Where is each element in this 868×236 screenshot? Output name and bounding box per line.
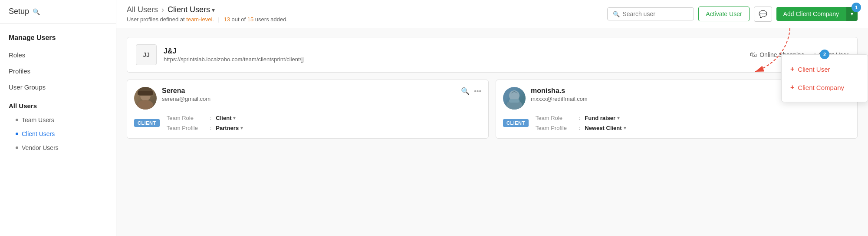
user-card-actions-serena: 🔍 ••• — [461, 87, 481, 95]
user-card-bottom-serena: CLIENT Team Role : Client ▾ Team Profile — [134, 115, 481, 131]
user-card-fields-serena: Team Role : Client ▾ Team Profile : Par — [167, 115, 243, 131]
user-info-monisha: monisha.s mxxxx@rediffmail.com — [531, 87, 588, 102]
dropdown-item-client-user[interactable]: + Client User — [782, 60, 868, 78]
sidebar: Setup 🔍 Manage Users Roles Profiles User… — [0, 0, 116, 236]
company-card: JJ J&J https://sprintslab.localzoho.com/… — [127, 37, 858, 73]
search-box: 🔍 — [607, 7, 694, 20]
user-card-fields-monisha: Team Role : Fund raiser ▾ Team Profile : — [536, 115, 626, 131]
search-input[interactable] — [622, 10, 688, 17]
bullet-team-users — [16, 119, 18, 121]
role-value-serena: Client ▾ — [216, 115, 236, 121]
header-right: 🔍 Activate User 💬 Add Client Company ▾ 1 — [607, 7, 858, 22]
user-card-bottom-monisha: CLIENT Team Role : Fund raiser ▾ Team Pr… — [503, 115, 850, 131]
shopping-icon: 🛍 — [750, 51, 757, 59]
search-icon[interactable]: 🔍 — [33, 8, 40, 15]
activate-user-button[interactable]: Activate User — [698, 7, 749, 21]
user-card-left-serena: Serena serena@gmail.com — [134, 87, 210, 110]
plus-icon-client-company: + — [790, 83, 794, 91]
add-client-wrapper: Add Client Company ▾ 1 — [776, 7, 858, 21]
sidebar-title: Setup — [9, 7, 29, 16]
sidebar-item-profiles[interactable]: Profiles — [0, 63, 116, 79]
breadcrumb-current: Client Users ▾ — [168, 5, 215, 14]
profile-field-serena: Team Profile : Partners ▾ — [167, 125, 243, 131]
bullet-vendor-users — [16, 146, 18, 149]
user-card-left-monisha: monisha.s mxxxx@rediffmail.com — [503, 87, 588, 110]
dropdown-menu: 2 + Client User + Client Company — [781, 54, 868, 102]
users-grid: Serena serena@gmail.com 🔍 ••• CLIENT Tea… — [127, 80, 858, 139]
sidebar-nav: Manage Users Roles Profiles User Groups … — [0, 23, 116, 236]
step1-badge: 1 — [852, 3, 861, 12]
profile-value-serena: Partners ▾ — [216, 125, 243, 131]
breadcrumb-dropdown-icon[interactable]: ▾ — [212, 7, 215, 13]
sidebar-item-user-groups[interactable]: User Groups — [0, 79, 116, 95]
sidebar-item-roles[interactable]: Roles — [0, 47, 116, 63]
role-value-monisha: Fund raiser ▾ — [585, 115, 620, 121]
role-dropdown-monisha[interactable]: ▾ — [617, 115, 620, 121]
profile-dropdown-monisha[interactable]: ▾ — [624, 125, 626, 131]
user-email-monisha: mxxxx@rediffmail.com — [531, 96, 588, 102]
sidebar-item-vendor-users[interactable]: Vendor Users — [0, 141, 116, 155]
profile-value-monisha: Newest Client ▾ — [585, 125, 626, 131]
avatar-monisha-svg — [503, 87, 526, 110]
client-badge-serena: CLIENT — [134, 119, 160, 127]
header-bar: All Users › Client Users ▾ User profiles… — [116, 0, 868, 28]
client-badge-monisha: CLIENT — [503, 119, 529, 127]
message-icon-button[interactable]: 💬 — [754, 7, 772, 22]
user-card-header-serena: Serena serena@gmail.com 🔍 ••• — [134, 87, 481, 110]
step2-badge: 2 — [820, 50, 829, 59]
more-options-icon-serena[interactable]: ••• — [474, 87, 481, 95]
dropdown-item-client-company[interactable]: + Client Company — [782, 78, 868, 96]
header-left: All Users › Client Users ▾ User profiles… — [127, 5, 288, 23]
profile-field-monisha: Team Profile : Newest Client ▾ — [536, 125, 626, 131]
user-email-serena: serena@gmail.com — [162, 96, 210, 102]
search-user-icon-serena[interactable]: 🔍 — [461, 87, 470, 95]
add-client-company-button[interactable]: Add Client Company — [776, 7, 846, 21]
bullet-client-users — [16, 133, 18, 135]
sidebar-item-team-users[interactable]: Team Users — [0, 113, 116, 127]
avatar-serena — [134, 87, 157, 110]
company-info: J&J https://sprintslab.localzoho.com/tea… — [164, 47, 304, 63]
breadcrumb-parent[interactable]: All Users — [127, 5, 158, 14]
all-users-section: All Users Team Users Client Users Vendor… — [0, 99, 116, 155]
avatar-monisha — [503, 87, 526, 110]
profile-dropdown-serena[interactable]: ▾ — [240, 125, 243, 131]
user-info-serena: Serena serena@gmail.com — [162, 87, 210, 102]
avatar-serena-svg — [134, 87, 157, 110]
svg-rect-3 — [138, 91, 153, 95]
role-field-serena: Team Role : Client ▾ — [167, 115, 243, 121]
search-icon: 🔍 — [613, 11, 620, 17]
company-left: JJ J&J https://sprintslab.localzoho.com/… — [136, 44, 304, 65]
company-avatar: JJ — [136, 44, 157, 65]
svg-point-1 — [138, 100, 153, 110]
svg-rect-6 — [509, 99, 519, 103]
company-url[interactable]: https://sprintslab.localzoho.com/team/cl… — [164, 56, 304, 63]
breadcrumb-separator: › — [161, 5, 164, 14]
user-name-monisha: monisha.s — [531, 87, 588, 95]
dropdown-container: 2 + Client User + Client Company — [781, 28, 868, 76]
plus-icon-client-user: + — [790, 65, 794, 73]
header-subtitle: User profiles defined at team-level. | 1… — [127, 16, 288, 23]
user-name-serena: Serena — [162, 87, 210, 95]
role-field-monisha: Team Role : Fund raiser ▾ — [536, 115, 626, 121]
subtitle-divider: | — [218, 16, 220, 23]
sidebar-item-client-users[interactable]: Client Users — [0, 127, 116, 141]
manage-users-title: Manage Users — [0, 30, 116, 45]
sidebar-header: Setup 🔍 — [0, 0, 116, 23]
user-card-serena: Serena serena@gmail.com 🔍 ••• CLIENT Tea… — [127, 80, 489, 139]
all-users-title: All Users — [0, 99, 116, 113]
role-dropdown-serena[interactable]: ▾ — [233, 115, 236, 121]
company-name: J&J — [164, 47, 304, 55]
main-content: All Users › Client Users ▾ User profiles… — [116, 0, 868, 236]
content-area: JJ J&J https://sprintslab.localzoho.com/… — [116, 28, 868, 236]
breadcrumb: All Users › Client Users ▾ — [127, 5, 288, 14]
